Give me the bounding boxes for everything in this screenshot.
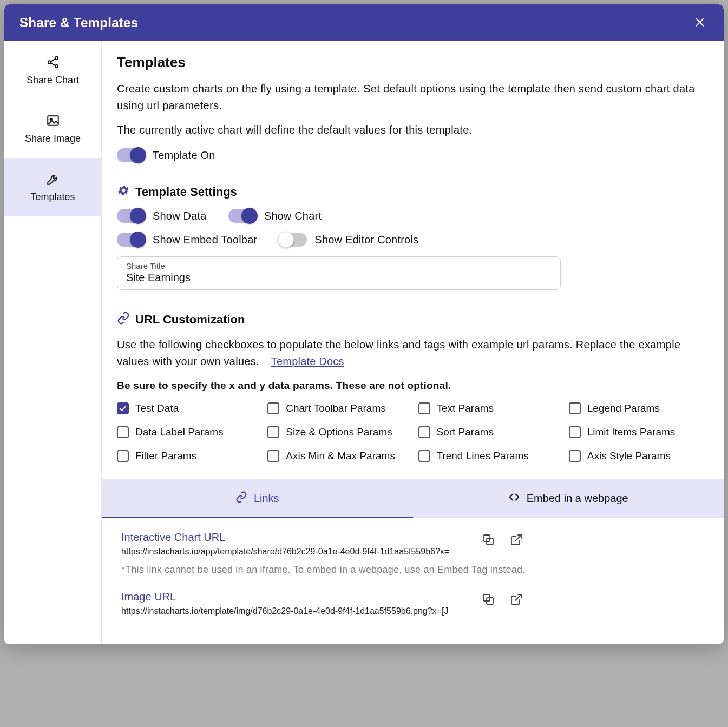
templates-desc-2: The currently active chart will define t… <box>117 122 709 138</box>
url-customization-heading-row: URL Customization <box>117 312 709 328</box>
show-embed-toolbar-toggle[interactable] <box>117 233 145 247</box>
checkbox-label: Sort Params <box>437 426 494 438</box>
dialog-title: Share & Templates <box>19 15 138 30</box>
checkbox-box <box>418 402 430 414</box>
output-tabs: Links Embed in a webpage <box>102 479 724 518</box>
checkbox-sort-params[interactable]: Sort Params <box>418 426 558 438</box>
copy-icon <box>482 599 495 607</box>
checkbox-label: Chart Toolbar Params <box>286 402 385 414</box>
tab-links[interactable]: Links <box>102 479 413 518</box>
checkbox-label: Filter Params <box>135 450 196 462</box>
url-checkbox-grid: Test Data Chart Toolbar Params Text Para… <box>117 402 709 462</box>
checkbox-label: Test Data <box>135 402 179 414</box>
sidebar-item-share-image[interactable]: Share Image <box>4 100 101 158</box>
dialog-header: Share & Templates <box>4 4 724 41</box>
checkbox-label: Limit Items Params <box>587 426 675 438</box>
sidebar-item-label: Templates <box>30 191 75 203</box>
close-button[interactable] <box>691 14 709 31</box>
checkbox-box <box>569 402 581 414</box>
tab-embed-label: Embed in a webpage <box>527 492 628 505</box>
checkbox-box <box>117 402 129 414</box>
url-desc: Use the following checkboxes to populate… <box>117 336 709 370</box>
checkbox-label: Axis Min & Max Params <box>286 450 395 462</box>
image-icon <box>46 114 60 128</box>
open-interactive-url-button[interactable] <box>510 533 523 548</box>
url-desc-text: Use the following checkboxes to populate… <box>117 339 680 367</box>
interactive-url-note: *This link cannot be used in an iframe. … <box>121 564 704 576</box>
checkbox-box <box>117 450 129 462</box>
checkbox-text-params[interactable]: Text Params <box>418 402 558 414</box>
svg-point-8 <box>50 118 51 120</box>
svg-line-5 <box>50 58 55 61</box>
checkbox-limit-items-params[interactable]: Limit Items Params <box>569 426 709 438</box>
interactive-url-title: Interactive Chart URL <box>121 531 468 544</box>
checkbox-test-data[interactable]: Test Data <box>117 402 257 414</box>
checkbox-data-label-params[interactable]: Data Label Params <box>117 426 257 438</box>
checkbox-legend-params[interactable]: Legend Params <box>569 402 709 414</box>
sidebar-item-share-chart[interactable]: Share Chart <box>4 41 101 100</box>
svg-line-14 <box>515 594 521 600</box>
share-icon <box>46 55 60 69</box>
open-external-icon <box>510 599 523 607</box>
show-embed-toolbar-label: Show Embed Toolbar <box>153 234 257 246</box>
tab-links-label: Links <box>254 492 279 505</box>
settings-toggle-grid-2: Show Embed Toolbar Show Editor Controls <box>117 233 709 247</box>
checkbox-box <box>267 450 279 462</box>
wrench-icon <box>46 172 60 186</box>
checkbox-axis-style-params[interactable]: Axis Style Params <box>569 450 709 462</box>
dialog-body: Share Chart Share Image Templates Templa… <box>4 41 724 644</box>
share-templates-dialog: Share & Templates Share Chart Share Imag… <box>4 4 724 644</box>
svg-point-2 <box>55 56 57 59</box>
template-on-toggle[interactable] <box>117 148 145 162</box>
checkbox-box <box>267 402 279 414</box>
tab-embed[interactable]: Embed in a webpage <box>413 479 724 518</box>
open-image-url-button[interactable] <box>510 593 523 607</box>
checkbox-size-options-params[interactable]: Size & Options Params <box>267 426 407 438</box>
copy-icon <box>482 540 495 548</box>
main-content: Templates Create custom charts on the fl… <box>102 41 724 644</box>
image-url-title: Image URL <box>121 591 468 603</box>
template-on-row: Template On <box>117 148 709 162</box>
image-url-block: Image URL https://instacharts.io/templat… <box>121 591 704 616</box>
checkbox-filter-params[interactable]: Filter Params <box>117 450 257 462</box>
checkbox-chart-toolbar-params[interactable]: Chart Toolbar Params <box>267 402 407 414</box>
link-icon <box>235 491 247 506</box>
svg-rect-7 <box>48 116 58 125</box>
show-editor-controls-label: Show Editor Controls <box>314 234 418 246</box>
checkbox-label: Size & Options Params <box>286 426 392 438</box>
show-chart-toggle[interactable] <box>228 209 257 223</box>
copy-interactive-url-button[interactable] <box>482 533 495 548</box>
sidebar: Share Chart Share Image Templates <box>4 41 102 644</box>
templates-section: Templates Create custom charts on the fl… <box>102 41 724 475</box>
template-docs-link[interactable]: Template Docs <box>271 355 344 367</box>
show-data-label: Show Data <box>153 210 207 222</box>
share-title-input-wrap: Share Title <box>117 256 561 290</box>
svg-point-4 <box>55 64 57 67</box>
copy-image-url-button[interactable] <box>482 593 495 607</box>
checkbox-box <box>569 426 581 438</box>
close-icon <box>694 16 706 30</box>
share-title-input[interactable] <box>126 272 552 284</box>
link-icon <box>117 312 130 328</box>
settings-toggle-grid: Show Data Show Chart <box>117 209 709 223</box>
interactive-url-block: Interactive Chart URL https://instachart… <box>121 531 704 576</box>
links-area: Interactive Chart URL https://instachart… <box>102 518 724 644</box>
checkbox-label: Data Label Params <box>135 426 224 438</box>
svg-line-11 <box>515 535 521 541</box>
show-editor-controls-toggle[interactable] <box>279 233 307 247</box>
open-external-icon <box>510 540 523 548</box>
checkbox-label: Trend Lines Params <box>437 450 529 462</box>
url-customization-heading: URL Customization <box>135 313 245 327</box>
template-on-label: Template On <box>153 149 215 162</box>
checkbox-box <box>418 450 430 462</box>
interactive-url-value: https://instacharts.io/app/template/shar… <box>121 547 468 557</box>
code-icon <box>508 491 520 506</box>
show-data-toggle[interactable] <box>117 209 145 223</box>
sidebar-item-templates[interactable]: Templates <box>4 158 101 216</box>
templates-heading: Templates <box>117 54 709 71</box>
share-title-label: Share Title <box>126 261 552 270</box>
checkbox-trend-lines-params[interactable]: Trend Lines Params <box>418 450 558 462</box>
template-settings-heading-row: Template Settings <box>117 184 709 200</box>
checkbox-axis-minmax-params[interactable]: Axis Min & Max Params <box>267 450 407 462</box>
show-chart-label: Show Chart <box>264 210 322 222</box>
